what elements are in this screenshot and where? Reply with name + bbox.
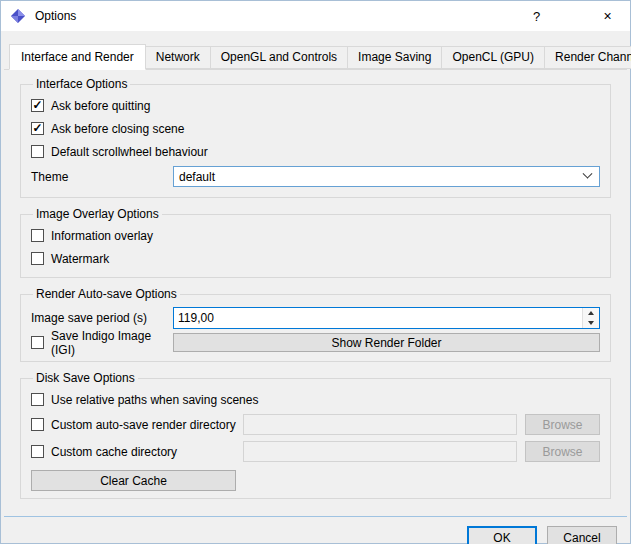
group-disk-save-options: Disk Save Options Use relative paths whe… <box>20 371 611 499</box>
tab-opencl-gpu[interactable]: OpenCL (GPU) <box>441 46 545 69</box>
checkbox-icon <box>31 445 44 458</box>
checkbox-information-overlay[interactable]: Information overlay <box>31 229 153 243</box>
checkbox-icon <box>31 418 44 431</box>
group-render-autosave-options: Render Auto-save Options Image save peri… <box>20 287 611 362</box>
checkbox-label: Save Indigo Image (IGI) <box>51 329 173 357</box>
checkbox-label: Watermark <box>51 252 109 266</box>
checkbox-icon <box>31 336 44 349</box>
window-title: Options <box>35 9 76 23</box>
checkbox-watermark[interactable]: Watermark <box>31 252 109 266</box>
spin-buttons <box>582 308 599 328</box>
chevron-down-icon <box>583 169 593 179</box>
theme-selected-value: default <box>179 170 215 184</box>
tab-pane: Interface Options Ask before quitting As… <box>4 69 627 517</box>
app-icon <box>10 8 26 24</box>
tab-image-saving[interactable]: Image Saving <box>347 46 442 69</box>
tab-network[interactable]: Network <box>145 46 211 69</box>
browse-cache-directory-button: Browse <box>525 441 600 462</box>
image-save-period-input[interactable] <box>174 308 582 328</box>
help-button[interactable]: ? <box>514 1 559 31</box>
spin-up-button[interactable] <box>583 308 599 318</box>
checkbox-label: Ask before quitting <box>51 99 150 113</box>
titlebar-buttons: ? × <box>514 1 630 31</box>
arrow-up-icon <box>588 311 594 315</box>
group-title: Image Overlay Options <box>33 207 162 221</box>
checkbox-label: Default scrollwheel behaviour <box>51 145 208 159</box>
titlebar: Options ? × <box>1 1 630 31</box>
checkbox-label: Information overlay <box>51 229 153 243</box>
checkbox-icon <box>31 229 44 242</box>
options-dialog: Options ? × Interface and Render Network… <box>0 0 631 544</box>
group-interface-options: Interface Options Ask before quitting As… <box>20 77 611 198</box>
close-button[interactable]: × <box>585 1 630 31</box>
checkbox-custom-autosave-render-directory[interactable]: Custom auto-save render directory <box>31 418 243 432</box>
checkbox-icon <box>31 99 44 112</box>
checkbox-custom-cache-directory[interactable]: Custom cache directory <box>31 445 243 459</box>
custom-autosave-directory-field <box>243 414 517 435</box>
checkbox-label: Custom cache directory <box>51 445 177 459</box>
checkbox-icon <box>31 252 44 265</box>
checkbox-save-indigo-image-igi[interactable]: Save Indigo Image (IGI) <box>31 329 173 357</box>
show-render-folder-button[interactable]: Show Render Folder <box>173 333 600 352</box>
checkbox-icon <box>31 393 44 406</box>
browse-autosave-directory-button: Browse <box>525 414 600 435</box>
group-image-overlay-options: Image Overlay Options Information overla… <box>20 207 611 278</box>
tab-opengl-and-controls[interactable]: OpenGL and Controls <box>210 46 348 69</box>
tab-bar: Interface and Render Network OpenGL and … <box>1 44 630 69</box>
checkbox-default-scrollwheel-behaviour[interactable]: Default scrollwheel behaviour <box>31 145 208 159</box>
group-title: Render Auto-save Options <box>33 287 180 301</box>
group-title: Interface Options <box>33 77 130 91</box>
checkbox-icon <box>31 122 44 135</box>
checkbox-ask-before-quitting[interactable]: Ask before quitting <box>31 99 150 113</box>
group-title: Disk Save Options <box>33 371 138 385</box>
checkbox-label: Ask before closing scene <box>51 122 184 136</box>
checkbox-use-relative-paths[interactable]: Use relative paths when saving scenes <box>31 393 258 407</box>
arrow-down-icon <box>588 321 594 325</box>
ok-button[interactable]: OK <box>467 526 537 544</box>
custom-cache-directory-field <box>243 441 517 462</box>
cancel-button[interactable]: Cancel <box>547 526 617 544</box>
tab-render-channels[interactable]: Render Channels <box>544 46 631 69</box>
theme-select[interactable]: default <box>173 166 600 187</box>
spin-down-button[interactable] <box>583 318 599 328</box>
image-save-period-spinbox <box>173 307 600 329</box>
theme-label: Theme <box>31 170 173 184</box>
checkbox-label: Custom auto-save render directory <box>51 418 236 432</box>
dialog-footer: OK Cancel <box>1 517 630 544</box>
image-save-period-label: Image save period (s) <box>31 311 173 325</box>
checkbox-ask-before-closing-scene[interactable]: Ask before closing scene <box>31 122 184 136</box>
checkbox-icon <box>31 145 44 158</box>
clear-cache-button[interactable]: Clear Cache <box>31 470 236 491</box>
checkbox-label: Use relative paths when saving scenes <box>51 393 258 407</box>
tab-interface-and-render[interactable]: Interface and Render <box>9 44 146 70</box>
